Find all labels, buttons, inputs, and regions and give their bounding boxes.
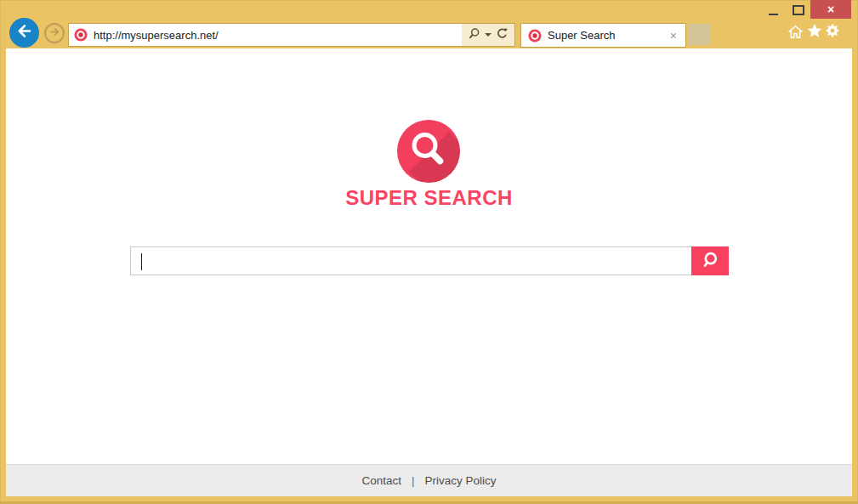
search-input[interactable] bbox=[131, 247, 691, 275]
tab-close-icon[interactable]: × bbox=[668, 30, 679, 42]
browser-window: × http://mysupersearch.net/ bbox=[0, 0, 858, 504]
star-icon bbox=[806, 22, 823, 42]
refresh-icon[interactable] bbox=[496, 27, 509, 43]
titlebar[interactable]: × bbox=[0, 0, 858, 19]
contact-link[interactable]: Contact bbox=[361, 474, 401, 487]
site-favicon-icon bbox=[74, 28, 88, 42]
search-field-wrapper bbox=[130, 246, 691, 275]
gear-icon bbox=[824, 22, 841, 42]
window-close-button[interactable]: × bbox=[810, 0, 851, 19]
home-icon bbox=[787, 24, 804, 43]
address-bar-tools bbox=[462, 24, 514, 46]
search-icon[interactable] bbox=[468, 27, 480, 43]
address-bar[interactable]: http://mysupersearch.net/ bbox=[68, 23, 515, 47]
maximize-button[interactable] bbox=[787, 0, 810, 19]
maximize-icon bbox=[793, 5, 804, 15]
page-content: SUPER SEARCH Contact | Privacy Policy bbox=[6, 48, 852, 496]
forward-button[interactable] bbox=[44, 23, 65, 43]
search-button[interactable] bbox=[691, 246, 729, 275]
footer-separator: | bbox=[412, 474, 415, 487]
window-close-icon: × bbox=[827, 3, 834, 16]
settings-button[interactable] bbox=[824, 24, 841, 41]
super-search-logo bbox=[397, 120, 460, 183]
privacy-policy-link[interactable]: Privacy Policy bbox=[425, 474, 497, 487]
magnifier-logo-icon bbox=[397, 171, 460, 185]
tab-title: Super Search bbox=[548, 29, 668, 42]
back-button[interactable] bbox=[9, 18, 39, 48]
minimize-button[interactable] bbox=[760, 0, 786, 19]
search-button-magnifier-icon bbox=[700, 250, 720, 273]
browser-tab[interactable]: Super Search × bbox=[520, 23, 686, 48]
back-arrow-icon bbox=[15, 22, 33, 43]
favorites-button[interactable] bbox=[806, 24, 823, 41]
url-text[interactable]: http://mysupersearch.net/ bbox=[94, 29, 462, 42]
search-form bbox=[130, 246, 729, 275]
forward-arrow-icon bbox=[48, 25, 61, 42]
tab-favicon-icon bbox=[528, 29, 542, 42]
home-button[interactable] bbox=[787, 25, 804, 42]
page-title: SUPER SEARCH bbox=[6, 186, 852, 210]
minimize-icon bbox=[769, 14, 778, 15]
new-tab-button[interactable] bbox=[688, 24, 711, 45]
page-footer: Contact | Privacy Policy bbox=[6, 464, 852, 496]
chevron-down-icon[interactable] bbox=[485, 33, 492, 37]
